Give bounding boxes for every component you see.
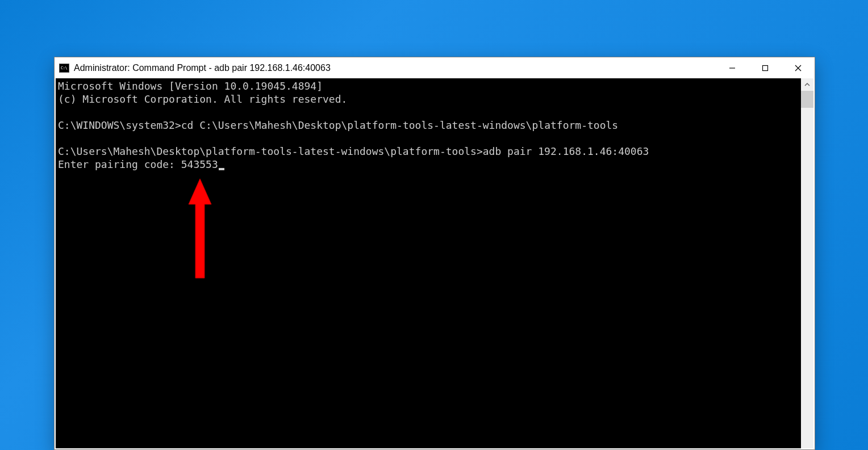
terminal-cursor xyxy=(219,168,224,170)
minimize-icon xyxy=(729,65,736,72)
os-version-line: Microsoft Windows [Version 10.0.19045.48… xyxy=(58,80,323,92)
prompt-1: C:\WINDOWS\system32> xyxy=(58,119,181,131)
close-button[interactable] xyxy=(782,57,815,78)
pairing-code-value: 543553 xyxy=(181,158,218,170)
cmd-icon xyxy=(59,64,69,73)
command-1: cd C:\Users\Mahesh\Desktop\platform-tool… xyxy=(181,119,618,131)
window-title: Administrator: Command Prompt - adb pair… xyxy=(74,63,716,73)
pairing-code-label: Enter pairing code: xyxy=(58,158,181,170)
scroll-thumb[interactable] xyxy=(801,91,813,108)
window-controls xyxy=(716,57,815,78)
maximize-button[interactable] xyxy=(749,57,782,78)
terminal-container: Microsoft Windows [Version 10.0.19045.48… xyxy=(55,78,815,449)
minimize-button[interactable] xyxy=(716,57,749,78)
close-icon xyxy=(795,65,802,72)
vertical-scrollbar[interactable] xyxy=(801,78,813,448)
chevron-up-icon xyxy=(804,82,810,87)
command-2: adb pair 192.168.1.46:40063 xyxy=(483,145,649,157)
prompt-2: C:\Users\Mahesh\Desktop\platform-tools-l… xyxy=(58,145,483,157)
titlebar[interactable]: Administrator: Command Prompt - adb pair… xyxy=(55,57,815,78)
command-prompt-window: Administrator: Command Prompt - adb pair… xyxy=(54,57,815,450)
scroll-up-button[interactable] xyxy=(801,78,813,91)
terminal-output[interactable]: Microsoft Windows [Version 10.0.19045.48… xyxy=(56,78,801,448)
maximize-icon xyxy=(762,65,769,72)
svg-rect-1 xyxy=(763,65,768,70)
copyright-line: (c) Microsoft Corporation. All rights re… xyxy=(58,93,347,105)
